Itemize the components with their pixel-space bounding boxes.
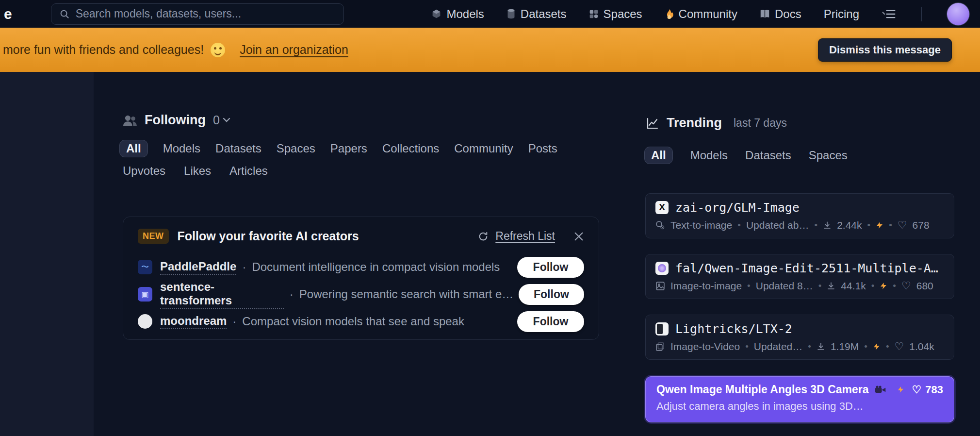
following-users-icon	[123, 114, 137, 127]
trending-tab-all[interactable]: All	[644, 147, 673, 164]
tab-upvotes[interactable]: Upvotes	[123, 164, 165, 178]
follow-button[interactable]: Follow	[517, 257, 584, 278]
download-icon	[823, 221, 832, 230]
nav-item-label: Community	[679, 7, 737, 21]
featured-title: Qwen Image Multiple Angles 3D Camera	[656, 383, 869, 396]
creator-row: moondream · Compact vision models that s…	[138, 308, 584, 335]
follow-button[interactable]: Follow	[517, 311, 584, 332]
book-icon	[760, 9, 770, 19]
lightricks-logo	[655, 322, 669, 335]
paddlepaddle-avatar: 〜	[138, 260, 152, 274]
search-input[interactable]	[76, 7, 336, 20]
following-count-dropdown[interactable]: 0	[213, 113, 230, 127]
trending-tab-spaces[interactable]: Spaces	[809, 149, 848, 162]
user-avatar[interactable]	[947, 3, 969, 25]
trending-tab-datasets[interactable]: Datasets	[745, 149, 791, 162]
separator: •	[737, 220, 741, 231]
tab-models[interactable]: Models	[163, 142, 200, 155]
separator: •	[818, 281, 822, 291]
downloads-count: 2.44k	[837, 219, 862, 231]
fal-logo	[655, 262, 669, 275]
heart-icon: ♡	[898, 219, 907, 232]
pipeline-tag: Image-to-image	[670, 280, 742, 292]
likes-count: 678	[913, 219, 930, 231]
trending-item-qwen-image-edit[interactable]: fal/Qwen-Image-Edit-2511-Multiple-Angl… …	[645, 254, 954, 299]
featured-title-row: Qwen Image Multiple Angles 3D Camera ♡ 7…	[656, 383, 943, 396]
join-organization-link[interactable]: Join an organization	[240, 43, 348, 57]
nav-items: Models Datasets Spaces Community	[431, 3, 969, 25]
tab-posts[interactable]: Posts	[528, 142, 557, 155]
dismiss-banner-button[interactable]: Dismiss this message	[818, 38, 952, 62]
banner-message: more fun with friends and colleagues!	[3, 43, 204, 57]
refresh-icon[interactable]	[478, 231, 489, 242]
nav-item-community[interactable]: Community	[665, 7, 737, 21]
tab-all[interactable]: All	[119, 140, 148, 157]
refresh-list-link[interactable]: Refresh List	[495, 230, 555, 243]
creator-description: Document intelligence in compact vision …	[252, 260, 500, 274]
nav-item-pricing[interactable]: Pricing	[824, 7, 859, 21]
nav-item-label: Docs	[775, 7, 801, 21]
creator-name-link[interactable]: sentence-transformers	[160, 280, 284, 309]
grid-icon	[589, 9, 599, 19]
separator: •	[747, 281, 751, 291]
repo-name-row: Lightricks/LTX-2	[655, 322, 944, 336]
repo-meta-row: Text-to-image • Updated ab… • 2.44k • • …	[655, 219, 944, 232]
image-to-video-icon	[655, 342, 665, 352]
featured-description: Adjust camera angles in images using 3D…	[656, 400, 943, 413]
tab-papers[interactable]: Papers	[330, 142, 367, 155]
text-to-image-icon	[655, 220, 665, 230]
creator-description: Compact vision models that see and speak	[242, 315, 464, 328]
creator-row: 〜 PaddlePaddle · Document intelligence i…	[138, 253, 584, 281]
trending-tab-models[interactable]: Models	[690, 149, 728, 162]
nav-item-models[interactable]: Models	[431, 7, 484, 21]
tab-spaces[interactable]: Spaces	[277, 142, 315, 155]
creator-name-link[interactable]: PaddlePaddle	[160, 260, 236, 275]
creator-name-link[interactable]: moondream	[160, 314, 227, 329]
trending-item-ltx-2[interactable]: Lightricks/LTX-2 Image-to-Video • Update…	[645, 315, 954, 360]
search-box[interactable]	[51, 3, 344, 25]
new-badge: NEW	[138, 229, 169, 244]
following-subtabs: Upvotes Likes Articles	[123, 164, 268, 178]
close-icon[interactable]	[573, 231, 584, 242]
image-to-image-icon	[655, 281, 665, 291]
creator-description: Powering semantic search with smart em…	[299, 287, 519, 301]
updated-text: Updated 8…	[756, 280, 813, 292]
tab-likes[interactable]: Likes	[184, 164, 211, 178]
top-navbar: e Models Datasets	[0, 0, 980, 28]
lightning-icon	[876, 220, 883, 230]
trending-item-glm-image[interactable]: X zai-org/GLM-Image Text-to-image • Upda…	[645, 193, 954, 238]
pipeline-tag: Image-to-Video	[670, 341, 740, 352]
nav-item-datasets[interactable]: Datasets	[506, 7, 567, 21]
repo-name-row: fal/Qwen-Image-Edit-2511-Multiple-Angl…	[655, 261, 944, 275]
huggingface-homepage: e Models Datasets	[0, 0, 980, 436]
organization-banner: more fun with friends and colleagues! Jo…	[0, 28, 980, 72]
pipeline-tag: Text-to-image	[670, 219, 732, 231]
lightning-icon	[897, 385, 904, 394]
nav-item-label: Models	[446, 7, 484, 21]
repo-name: Lightricks/LTX-2	[675, 322, 792, 336]
lightning-icon	[873, 342, 881, 352]
follow-creators-card: NEW Follow your favorite AI creators Ref…	[123, 217, 599, 340]
updated-text: Updated ab…	[746, 219, 809, 231]
separator: •	[808, 341, 811, 352]
heart-icon: ♡	[901, 280, 911, 292]
nav-more-menu-icon[interactable]	[882, 9, 896, 19]
nav-item-label: Datasets	[521, 7, 567, 21]
search-icon	[59, 9, 70, 19]
tab-collections[interactable]: Collections	[382, 142, 439, 155]
follow-button[interactable]: Follow	[519, 284, 584, 305]
cube-icon	[431, 9, 441, 19]
repo-name: zai-org/GLM-Image	[675, 201, 800, 215]
separator: •	[871, 281, 875, 291]
downloads-count: 1.19M	[831, 341, 859, 352]
tab-community[interactable]: Community	[454, 142, 513, 155]
nav-item-docs[interactable]: Docs	[760, 7, 801, 21]
chevron-down-icon	[223, 117, 230, 123]
trending-period: last 7 days	[734, 117, 787, 130]
tab-articles[interactable]: Articles	[229, 164, 268, 178]
repo-meta-row: Image-to-image • Updated 8… • 44.1k • • …	[655, 280, 944, 292]
featured-space-card[interactable]: Qwen Image Multiple Angles 3D Camera ♡ 7…	[645, 376, 954, 422]
nav-item-spaces[interactable]: Spaces	[589, 7, 642, 21]
tab-datasets[interactable]: Datasets	[215, 142, 261, 155]
hugging-face-emoji-icon	[211, 43, 225, 57]
